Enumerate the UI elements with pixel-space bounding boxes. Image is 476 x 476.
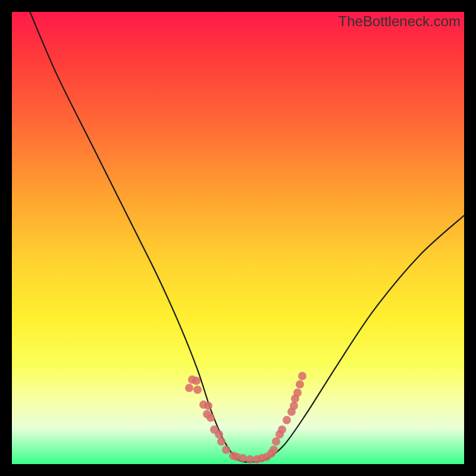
data-dot <box>239 454 247 462</box>
data-dot <box>222 446 230 454</box>
data-dot <box>290 402 298 410</box>
data-dot <box>246 455 254 464</box>
data-dot <box>270 446 278 454</box>
data-dot <box>215 430 223 439</box>
data-dot <box>283 416 291 424</box>
bottleneck-curve <box>30 12 464 462</box>
data-dot <box>192 377 201 385</box>
data-dot <box>272 437 280 446</box>
data-dot <box>217 437 226 446</box>
data-dot <box>206 414 215 422</box>
data-dot <box>298 372 306 380</box>
data-dot <box>185 384 193 392</box>
data-dot <box>278 425 286 434</box>
data-dot <box>293 389 302 397</box>
data-dot <box>193 386 202 394</box>
chart-svg <box>12 12 464 464</box>
chart-frame: TheBottleneck.com <box>12 12 464 464</box>
data-dot <box>204 402 212 410</box>
data-dot <box>296 380 304 389</box>
